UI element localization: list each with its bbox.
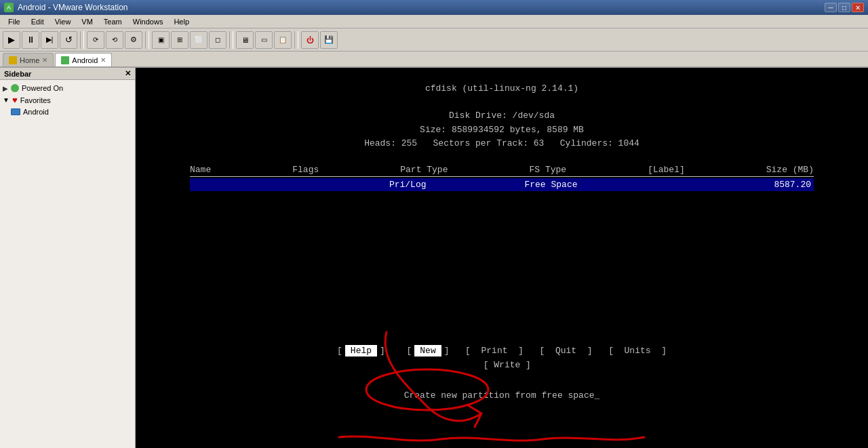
quit-btn[interactable]: [ Quit ] [526,345,595,357]
print-btn[interactable]: [ Print ] [452,345,526,357]
menu-buttons-area: [ Help ] [ New ] [ Print ] [ Quit ] [ Un… [136,342,868,373]
sidebar-close-button[interactable]: ✕ [125,69,131,78]
new-bracket-close: ] [441,345,452,357]
help-bracket-open: [ [334,345,345,357]
title-bar: A Android - VMware Workstation ─ □ ✕ [0,0,868,15]
sidebar-title: Sidebar [4,70,31,78]
write-btn[interactable]: [ Write ] [470,359,534,371]
toolbar-unity[interactable]: ⊞ [171,31,189,49]
tab-home[interactable]: Home ✕ [3,53,54,66]
help-btn[interactable]: Help [345,345,377,357]
toolbar-snap[interactable]: 📋 [274,31,292,49]
main-area: Sidebar ✕ ▶ Powered On ▼ ♥ Favorites And… [0,68,868,448]
tree-expand-favorites: ▼ [3,96,9,104]
menu-bar: File Edit View VM Team Windows Help [0,15,868,28]
toolbar-pause[interactable]: ⏸ [22,31,39,49]
android-tab-label: Android [72,56,98,64]
close-button[interactable]: ✕ [852,3,864,12]
sidebar-item-favorites[interactable]: ▼ ♥ Favorites [0,94,135,106]
android-tab-icon [61,56,69,64]
units-btn[interactable]: [ Units ] [595,345,669,357]
sidebar: Sidebar ✕ ▶ Powered On ▼ ♥ Favorites And… [0,68,136,448]
col-fstype: FS Type [530,165,567,175]
terminal-blank2 [136,151,868,163]
space1 [388,345,404,357]
home-tab-icon [9,56,17,64]
table-header-row: Name Flags Part Type FS Type [Label] Siz… [190,165,814,175]
menu-team[interactable]: Team [98,17,127,26]
tab-android[interactable]: Android ✕ [55,53,112,66]
terminal-content: cfdisk (util-linux-ng 2.14.1) Disk Drive… [136,81,868,165]
toolbar-sep4 [294,31,298,49]
toolbar-sep3 [229,31,233,49]
toolbar-settings[interactable]: ⚙ [125,31,142,49]
menu-vm[interactable]: VM [76,17,98,26]
toolbar-reset[interactable]: ↺ [60,31,77,49]
app-icon: A [4,3,14,12]
toolbar-win1[interactable]: ⬜ [190,31,208,49]
toolbar-fullscreen[interactable]: ▣ [152,31,170,49]
toolbar-monitor[interactable]: 🖥 [236,31,254,49]
menu-edit[interactable]: Edit [26,17,50,26]
toolbar-refresh1[interactable]: ⟳ [87,31,104,49]
row-parttype: Pri/Log [389,180,427,190]
toolbar-refresh2[interactable]: ⟲ [106,31,123,49]
status-line: Create new partition from free space_ [136,390,868,401]
col-label: [Label] [648,165,685,175]
table-separator [190,176,814,177]
toolbar-sep1 [80,31,84,49]
row-size: 8587.20 [774,180,811,190]
svg-point-0 [366,369,488,410]
toolbar-resume[interactable]: ▶| [41,31,58,49]
sidebar-tree: ▶ Powered On ▼ ♥ Favorites Android [0,80,135,120]
new-btn[interactable]: New [414,345,441,357]
favorites-heart-icon: ♥ [12,95,18,105]
help-bracket-close: ] [377,345,388,357]
terminal-geometry: Heads: 255 Sectors per Track: 63 Cylinde… [136,138,868,150]
title-bar-left: A Android - VMware Workstation [4,3,128,12]
disk-table: Name Flags Part Type FS Type [Label] Siz… [136,165,868,191]
sidebar-header: Sidebar ✕ [0,68,135,80]
android-tab-close[interactable]: ✕ [100,56,106,64]
toolbar-win2[interactable]: ◻ [209,31,226,49]
sidebar-item-powered-on[interactable]: ▶ Powered On [0,83,135,94]
maximize-button[interactable]: □ [838,3,850,12]
sidebar-android-label: Android [23,108,49,116]
terminal-disk: Disk Drive: /dev/sda [136,110,868,122]
tree-arrow-powered-on: ▶ [3,85,8,92]
powered-on-status-icon [11,84,19,92]
menu-row-2: [ Write ] [136,359,868,371]
col-name: Name [190,165,211,175]
toolbar-sep2 [145,31,149,49]
sidebar-item-android[interactable]: Android [0,106,135,117]
tab-bar: Home ✕ Android ✕ [0,52,868,68]
title-bar-buttons: ─ □ ✕ [825,3,864,12]
menu-help[interactable]: Help [168,17,195,26]
android-vm-icon [11,108,20,115]
col-parttype: Part Type [400,165,448,175]
terminal-blank1 [136,96,868,108]
row-fstype: Free Space [524,180,577,190]
status-text: Create new partition from free space_ [404,390,600,401]
minimize-button[interactable]: ─ [825,3,837,12]
sidebar-favorites-label: Favorites [20,96,51,104]
table-row-freespace: Pri/Log Free Space 8587.20 [190,178,814,191]
toolbar-display[interactable]: ▭ [255,31,273,49]
vm-screen[interactable]: cfdisk (util-linux-ng 2.14.1) Disk Drive… [136,68,868,448]
col-flags: Flags [292,165,319,175]
terminal-size: Size: 8589934592 bytes, 8589 MB [136,124,868,136]
terminal-title: cfdisk (util-linux-ng 2.14.1) [136,83,868,95]
toolbar-play[interactable]: ▶ [3,31,20,49]
new-bracket-open: [ [403,345,414,357]
menu-file[interactable]: File [3,17,26,26]
menu-row-1: [ Help ] [ New ] [ Print ] [ Quit ] [ Un… [136,345,868,357]
window-title: Android - VMware Workstation [18,3,128,12]
menu-view[interactable]: View [50,17,77,26]
sidebar-powered-on-label: Powered On [22,84,63,92]
home-tab-close[interactable]: ✕ [42,56,47,64]
home-tab-label: Home [20,56,39,64]
toolbar-save[interactable]: 💾 [320,31,338,49]
toolbar: ▶ ⏸ ▶| ↺ ⟳ ⟲ ⚙ ▣ ⊞ ⬜ ◻ 🖥 ▭ 📋 ⏻ 💾 [0,28,868,52]
toolbar-power[interactable]: ⏻ [301,31,319,49]
menu-windows[interactable]: Windows [127,17,169,26]
